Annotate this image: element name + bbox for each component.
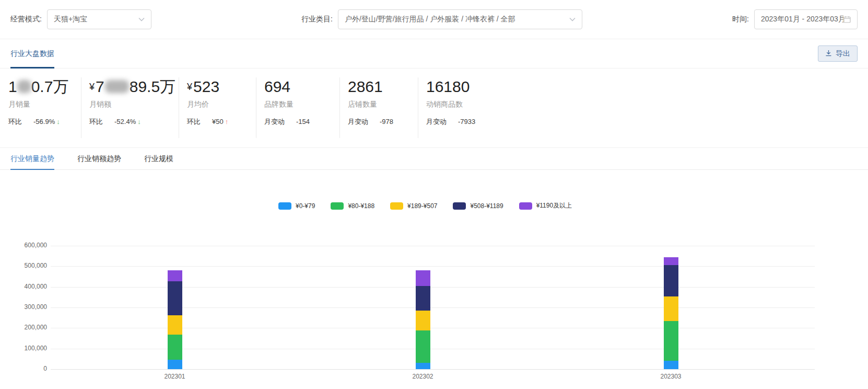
legend-label: ¥1190及以上	[536, 201, 572, 210]
stat-label: 店铺数量	[348, 100, 410, 109]
legend-label: ¥189-¥507	[407, 202, 437, 210]
export-button-label: 导出	[836, 49, 850, 59]
bar-segment[interactable]	[416, 270, 430, 286]
time-filter-label: 时间:	[732, 15, 749, 24]
stat-sub: 月变动-978	[348, 117, 410, 127]
redaction-blur	[17, 80, 31, 93]
y-axis-tick-label: 500,000	[5, 262, 47, 269]
download-icon	[825, 50, 832, 58]
bar-segment[interactable]	[168, 335, 182, 360]
mode-select[interactable]: 天猫+淘宝	[47, 9, 151, 29]
arrow-down-icon: ↓	[137, 118, 141, 125]
stat-label: 动销商品数	[426, 100, 534, 109]
bar-segment[interactable]	[664, 296, 678, 321]
stat-active-product-count: 16180 动销商品数 月变动-7933	[426, 77, 541, 138]
stat-sub: 环比-52.4%↓	[89, 117, 171, 127]
tab-sales-volume-trend[interactable]: 行业销量趋势	[10, 148, 54, 170]
calendar-icon	[843, 16, 851, 23]
y-axis-tick-label: 100,000	[5, 345, 47, 352]
gridline	[51, 349, 815, 349]
bar-segment[interactable]	[168, 315, 182, 335]
y-axis-tick-label: 300,000	[5, 303, 47, 311]
stat-sub: 月变动-7933	[426, 117, 534, 127]
category-filter-label: 行业类目:	[301, 15, 333, 24]
bar-segment[interactable]	[664, 265, 678, 296]
arrow-down-icon: ↓	[56, 118, 60, 125]
bar-segment[interactable]	[664, 321, 678, 361]
time-filter-group: 时间: 2023年01月 - 2023年03月	[732, 9, 858, 29]
legend-item[interactable]: ¥189-¥507	[390, 202, 437, 210]
mode-filter-label: 经营模式:	[10, 15, 42, 24]
bar-segment[interactable]	[416, 363, 430, 369]
stat-brand-count: 694 品牌数量 月变动-154	[264, 77, 340, 138]
legend-item[interactable]: ¥1190及以上	[519, 201, 572, 210]
x-axis-label: 202302	[397, 373, 449, 380]
legend-swatch	[331, 202, 344, 210]
stat-sub: 月变动-154	[264, 117, 332, 127]
legend-label: ¥80-¥188	[348, 202, 374, 210]
legend-item[interactable]: ¥80-¥188	[331, 202, 374, 210]
bar-segment[interactable]	[416, 311, 430, 331]
stat-sub: 环比¥50↑	[187, 117, 249, 127]
gridline	[51, 287, 815, 288]
legend-label: ¥508-¥1189	[470, 202, 503, 210]
stat-monthly-avg-price: ¥523 月均价 环比¥50↑	[187, 77, 256, 138]
date-range-picker[interactable]: 2023年01月 - 2023年03月	[754, 9, 858, 29]
date-range-value: 2023年01月 - 2023年03月	[761, 15, 843, 24]
section-header: 行业大盘数据 导出	[0, 39, 868, 68]
chart-legend: ¥0-¥79¥80-¥188¥189-¥507¥508-¥1189¥1190及以…	[278, 201, 572, 210]
x-axis-label: 202301	[149, 373, 201, 380]
legend-label: ¥0-¥79	[296, 202, 315, 210]
sales-trend-chart: ¥0-¥79¥80-¥188¥189-¥507¥508-¥1189¥1190及以…	[0, 170, 868, 389]
legend-swatch	[519, 202, 532, 210]
y-axis-tick-label: 200,000	[5, 324, 47, 331]
gridline	[51, 328, 815, 328]
mode-filter-group: 经营模式: 天猫+淘宝	[10, 9, 151, 29]
stat-value: 2861	[348, 77, 410, 96]
stat-value: ¥523	[187, 77, 249, 96]
kpi-stats-row: 10.7万 月销量 环比-56.9%↓ ¥789.5万 月销额 环比-52.4%…	[0, 68, 868, 148]
category-select-value: 户外/登山/野营/旅行用品 / 户外服装 / 冲锋衣裤 / 全部	[345, 15, 515, 24]
filter-bar: 经营模式: 天猫+淘宝 行业类目: 户外/登山/野营/旅行用品 / 户外服装 /…	[0, 0, 868, 39]
tab-industry-overview[interactable]: 行业大盘数据	[10, 39, 54, 68]
bar-segment[interactable]	[664, 257, 678, 265]
x-axis-label: 202303	[645, 373, 697, 380]
legend-swatch	[453, 202, 466, 210]
category-select[interactable]: 户外/登山/野营/旅行用品 / 户外服装 / 冲锋衣裤 / 全部	[338, 9, 582, 29]
bar-segment[interactable]	[416, 330, 430, 363]
stat-label: 月均价	[187, 100, 249, 109]
bar-segment[interactable]	[168, 360, 182, 369]
legend-swatch	[390, 202, 403, 210]
stat-monthly-sales-amount: ¥789.5万 月销额 环比-52.4%↓	[89, 77, 179, 138]
y-axis-tick-label: 400,000	[5, 283, 47, 290]
stat-label: 月销量	[8, 100, 74, 109]
export-button[interactable]: 导出	[818, 45, 858, 62]
mode-select-value: 天猫+淘宝	[54, 15, 87, 24]
bar-segment[interactable]	[168, 270, 182, 281]
stat-shop-count: 2861 店铺数量 月变动-978	[348, 77, 418, 138]
stat-label: 品牌数量	[264, 100, 332, 109]
chart-tabs: 行业销量趋势 行业销额趋势 行业规模	[0, 148, 868, 170]
gridline	[51, 266, 815, 267]
stat-sub: 环比-56.9%↓	[8, 117, 74, 127]
gridline	[51, 369, 815, 370]
legend-swatch	[278, 202, 291, 210]
tab-sales-amount-trend[interactable]: 行业销额趋势	[77, 148, 121, 170]
bar-segment[interactable]	[416, 286, 430, 311]
chevron-down-icon	[569, 17, 576, 21]
stat-value: 694	[264, 77, 332, 96]
legend-item[interactable]: ¥508-¥1189	[453, 202, 503, 210]
y-axis-tick-label: 0	[5, 365, 47, 372]
gridline	[51, 307, 815, 308]
category-filter-group: 行业类目: 户外/登山/野营/旅行用品 / 户外服装 / 冲锋衣裤 / 全部	[301, 9, 582, 29]
y-axis-tick-label: 600,000	[5, 242, 47, 249]
tab-industry-scale[interactable]: 行业规模	[144, 148, 173, 170]
redaction-blur	[105, 80, 129, 93]
legend-item[interactable]: ¥0-¥79	[278, 202, 315, 210]
bar-segment[interactable]	[664, 361, 678, 369]
stat-label: 月销额	[89, 100, 171, 109]
bar-segment[interactable]	[168, 281, 182, 315]
stat-monthly-sales-volume: 10.7万 月销量 环比-56.9%↓	[8, 77, 81, 138]
stat-value: ¥789.5万	[89, 77, 171, 96]
industry-dashboard: 经营模式: 天猫+淘宝 行业类目: 户外/登山/野营/旅行用品 / 户外服装 /…	[0, 0, 868, 389]
